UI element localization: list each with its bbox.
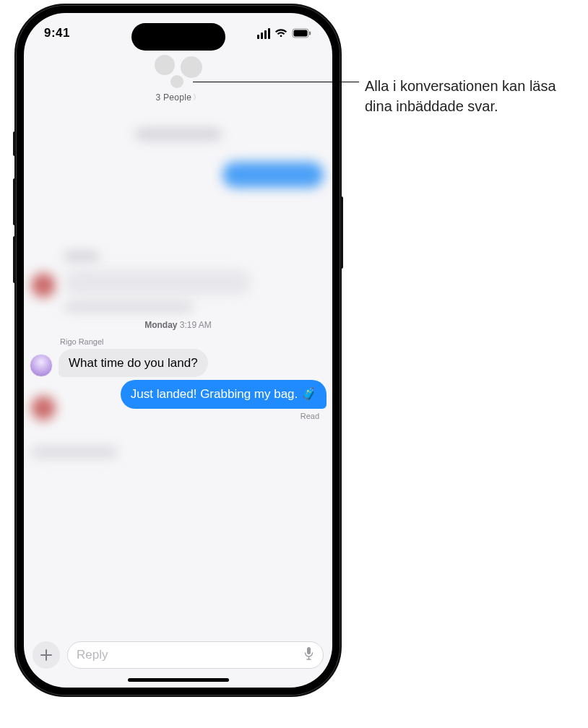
cellular-signal-icon [257, 28, 270, 39]
outgoing-message-row[interactable]: Just landed! Grabbing my bag. 🧳 [30, 380, 327, 408]
blurred-content [64, 302, 194, 312]
chat-scroll-area[interactable]: Monday 3:19 AM Rigo Rangel What time do … [24, 121, 332, 623]
dynamic-island [131, 23, 225, 51]
blurred-content [135, 129, 222, 140]
phone-side-button [13, 178, 16, 225]
battery-icon [292, 28, 312, 38]
svg-rect-1 [294, 30, 308, 37]
message-input-bar: Reply [33, 641, 324, 669]
blurred-content [64, 251, 100, 261]
svg-rect-3 [307, 647, 311, 654]
add-attachment-button[interactable] [33, 641, 60, 669]
people-count-label: 3 People [155, 92, 191, 103]
avatar [153, 53, 176, 77]
incoming-message-bubble[interactable]: What time do you land? [59, 349, 208, 377]
status-time: 9:41 [44, 26, 70, 40]
reply-input[interactable]: Reply [67, 641, 324, 669]
chevron-right-icon: 〉 [193, 92, 200, 103]
phone-frame: 9:41 [14, 4, 342, 697]
phone-side-button [13, 131, 16, 156]
phone-side-button [340, 196, 343, 269]
wifi-icon [274, 28, 287, 38]
reply-placeholder: Reply [77, 648, 108, 662]
conversation-header[interactable]: 3 People 〉 [24, 53, 332, 103]
blurred-content [222, 162, 324, 188]
home-indicator[interactable] [128, 678, 229, 682]
blurred-content [31, 273, 56, 298]
outgoing-message-bubble[interactable]: Just landed! Grabbing my bag. 🧳 [121, 380, 327, 408]
callout-leader-line [193, 82, 359, 82]
sender-avatar[interactable] [30, 354, 53, 377]
blurred-content [31, 446, 118, 458]
inline-reply-thread: Monday 3:19 AM Rigo Rangel What time do … [24, 320, 332, 420]
plus-icon [40, 649, 53, 662]
phone-side-button [13, 236, 16, 283]
read-receipt-label: Read [24, 412, 319, 420]
avatar [169, 74, 185, 90]
people-count-button[interactable]: 3 People 〉 [155, 92, 200, 103]
sender-name-label: Rigo Rangel [60, 337, 332, 346]
group-avatars[interactable] [153, 53, 204, 90]
phone-screen: 9:41 [24, 13, 332, 688]
svg-rect-2 [309, 32, 311, 35]
dictation-button[interactable] [303, 646, 314, 664]
incoming-message-row[interactable]: What time do you land? [30, 349, 327, 377]
microphone-icon [303, 646, 314, 661]
blurred-content [64, 269, 251, 295]
callout-text: Alla i konversationen kan läsa dina inbä… [365, 76, 574, 116]
message-timestamp: Monday 3:19 AM [24, 320, 332, 330]
